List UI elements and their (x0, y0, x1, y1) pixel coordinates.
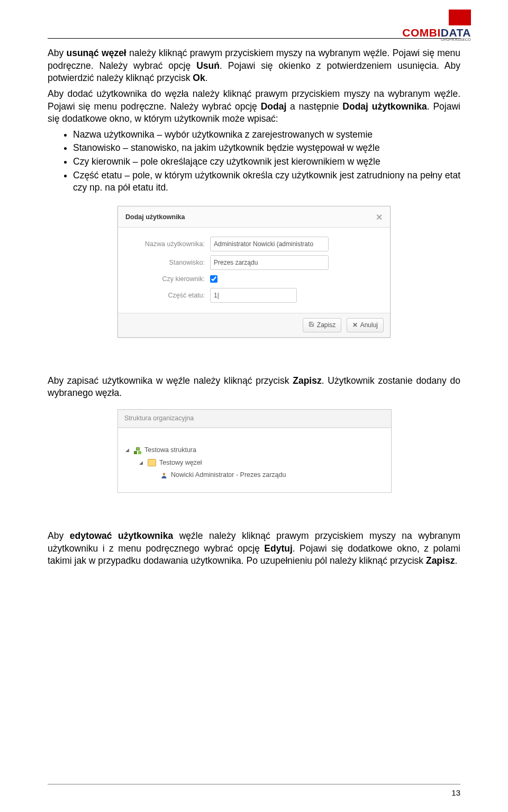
page-number: 13 (451, 788, 460, 797)
para-4: Aby edytować użytkownika węźle należy kl… (48, 530, 460, 567)
logo-square-icon (449, 10, 471, 25)
para-2: Aby dodać użytkownika do węzła należy kl… (48, 88, 460, 125)
cancel-icon: ✕ (352, 321, 358, 329)
bullet-item: Czy kierownik – pole określające czy uży… (73, 156, 460, 168)
form-row-username: Nazwa użytkownika: (125, 237, 383, 251)
modal-body: Nazwa użytkownika: Stanowisko: Czy kiero… (118, 228, 390, 313)
logo-text-part1: COMBI (402, 26, 441, 39)
logo-text-part2: DATA (441, 26, 471, 39)
modal-screenshot: Dodaj użytkownika ✕ Nazwa użytkownika: S… (117, 206, 391, 338)
para-1: Aby usunąć węzeł należy kliknąć prawym p… (48, 47, 460, 85)
fte-input[interactable] (210, 288, 297, 303)
folder-icon (148, 459, 156, 466)
save-button[interactable]: Zapisz (303, 318, 341, 332)
modal-footer: Zapisz ✕ Anuluj (118, 313, 390, 337)
label-position: Stanowisko: (125, 258, 210, 267)
document-body: Aby usunąć węzeł należy kliknąć prawym p… (48, 47, 460, 567)
save-icon (309, 321, 314, 329)
tree-node-user[interactable]: Nowicki Administrator - Prezes zarządu (122, 469, 387, 482)
close-icon[interactable]: ✕ (376, 212, 383, 223)
expand-icon[interactable]: ◢ (125, 446, 131, 455)
add-user-modal: Dodaj użytkownika ✕ Nazwa użytkownika: S… (117, 206, 391, 338)
form-row-manager: Czy kierownik: (125, 274, 383, 284)
user-icon (160, 472, 168, 479)
position-input[interactable] (210, 255, 329, 270)
bullet-item: Część etatu – pole, w którym użytkownik … (73, 169, 460, 194)
manager-checkbox[interactable] (210, 275, 217, 283)
bullet-list: Nazwa użytkownika – wybór użytkownika z … (48, 129, 460, 194)
tree-panel-title: Struktura organizacyjna (118, 410, 391, 428)
tree-label: Testowy węzeł (159, 457, 202, 470)
footer-rule (48, 784, 460, 784)
modal-header: Dodaj użytkownika ✕ (118, 206, 390, 228)
tree-screenshot: Struktura organizacyjna ◢ Testowa strukt… (117, 409, 391, 493)
label-manager: Czy kierownik: (125, 275, 210, 284)
org-structure-panel: Struktura organizacyjna ◢ Testowa strukt… (117, 409, 392, 493)
label-username: Nazwa użytkownika: (125, 240, 210, 249)
form-row-fte: Część etatu: (125, 288, 383, 303)
expand-icon[interactable]: ◢ (139, 458, 144, 467)
brand-logo: COMBIDATA GRUPA ASSECO (402, 10, 471, 41)
org-icon (134, 447, 141, 454)
username-input[interactable] (210, 237, 329, 251)
modal-title-text: Dodaj użytkownika (125, 213, 185, 222)
tree-label: Nowicki Administrator - Prezes zarządu (171, 469, 286, 482)
svg-point-0 (163, 473, 166, 475)
tree-node-child[interactable]: ◢ Testowy węzeł (122, 457, 387, 470)
bullet-item: Nazwa użytkownika – wybór użytkownika z … (73, 129, 460, 141)
tree-body: ◢ Testowa struktura ◢ Testowy węzeł Nowi… (118, 428, 391, 492)
cancel-button[interactable]: ✕ Anuluj (347, 318, 384, 332)
label-fte: Część etatu: (125, 291, 210, 300)
form-row-position: Stanowisko: (125, 255, 383, 270)
tree-label: Testowa struktura (144, 444, 196, 457)
tree-node-root[interactable]: ◢ Testowa struktura (122, 444, 387, 457)
bullet-item: Stanowisko – stanowisko, na jakim użytko… (73, 142, 460, 155)
header-rule (48, 38, 460, 39)
para-3: Aby zapisać użytkownika w węźle należy k… (48, 375, 460, 400)
